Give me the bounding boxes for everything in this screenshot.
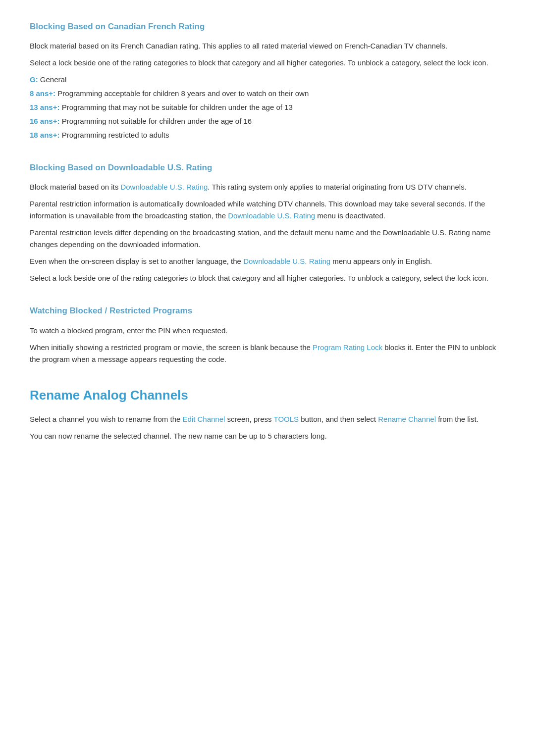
rating-13ans-desc: Programming that may not be suitable for… xyxy=(62,103,293,111)
section2-para2-link: Downloadable U.S. Rating xyxy=(228,211,315,220)
rating-16ans-desc: Programming not suitable for children un… xyxy=(62,117,252,125)
section1-para1: Block material based on its French Canad… xyxy=(30,40,505,52)
section2-para4-link: Downloadable U.S. Rating xyxy=(243,257,330,265)
section3-title: Watching Blocked / Restricted Programs xyxy=(30,304,505,317)
section3-para2: When initially showing a restricted prog… xyxy=(30,342,505,365)
section3-para1: To watch a blocked program, enter the PI… xyxy=(30,325,505,337)
rating-G: G: General xyxy=(30,74,505,86)
section-downloadable-us-rating: Blocking Based on Downloadable U.S. Rati… xyxy=(30,161,505,284)
section2-title: Blocking Based on Downloadable U.S. Rati… xyxy=(30,161,505,174)
rating-18ans: 18 ans+: Programming restricted to adult… xyxy=(30,129,505,141)
rating-8ans-label: 8 ans+: xyxy=(30,89,55,98)
section2-para4: Even when the on-screen display is set t… xyxy=(30,255,505,267)
section4-para1-mid: screen, press xyxy=(225,415,273,423)
rating-18ans-desc: Programming restricted to adults xyxy=(62,131,169,139)
section4-para1-link2: TOOLS xyxy=(274,415,299,423)
rating-18ans-label: 18 ans+: xyxy=(30,131,59,139)
section4-para1-prefix: Select a channel you wish to rename from… xyxy=(30,415,183,423)
section4-para1-link3: Rename Channel xyxy=(378,415,436,423)
section1-para2: Select a lock beside one of the rating c… xyxy=(30,57,505,69)
section2-para2-suffix: menu is deactivated. xyxy=(315,211,385,220)
rating-8ans-desc: Programming acceptable for children 8 ye… xyxy=(57,89,309,98)
section2-para1: Block material based on its Downloadable… xyxy=(30,181,505,193)
section1-title: Blocking Based on Canadian French Rating xyxy=(30,20,505,33)
section4-para1: Select a channel you wish to rename from… xyxy=(30,413,505,425)
section2-para1-suffix: . This rating system only applies to mat… xyxy=(208,183,466,191)
section4-para1-link1: Edit Channel xyxy=(183,415,225,423)
section-watching-blocked: Watching Blocked / Restricted Programs T… xyxy=(30,304,505,365)
rating-16ans: 16 ans+: Programming not suitable for ch… xyxy=(30,115,505,127)
section2-para4-suffix: menu appears only in English. xyxy=(330,257,432,265)
section2-para3: Parental restriction levels differ depen… xyxy=(30,227,505,251)
section4-para1-suffix: from the list. xyxy=(436,415,479,423)
section4-title: Rename Analog Channels xyxy=(30,385,505,406)
section2-para5: Select a lock beside one of the rating c… xyxy=(30,272,505,284)
section4-para2: You can now rename the selected channel.… xyxy=(30,430,505,442)
rating-8ans: 8 ans+: Programming acceptable for child… xyxy=(30,88,505,100)
section2-para2: Parental restriction information is auto… xyxy=(30,198,505,222)
rating-13ans-label: 13 ans+: xyxy=(30,103,59,111)
section2-para1-prefix: Block material based on its xyxy=(30,183,120,191)
section3-para2-link1: Program Rating Lock xyxy=(313,343,382,352)
rating-G-desc: General xyxy=(40,75,66,84)
section2-para4-prefix: Even when the on-screen display is set t… xyxy=(30,257,243,265)
rating-16ans-label: 16 ans+: xyxy=(30,117,59,125)
section-rename-analog-channels: Rename Analog Channels Select a channel … xyxy=(30,385,505,443)
rating-13ans: 13 ans+: Programming that may not be sui… xyxy=(30,101,505,113)
section3-para2-prefix: When initially showing a restricted prog… xyxy=(30,343,313,352)
section4-para1-mid2: button, and then select xyxy=(299,415,378,423)
section-canadian-french-rating: Blocking Based on Canadian French Rating… xyxy=(30,20,505,141)
section1-ratings: G: General 8 ans+: Programming acceptabl… xyxy=(30,74,505,141)
rating-G-label: G: xyxy=(30,75,38,84)
section2-para1-link: Downloadable U.S. Rating xyxy=(120,183,208,191)
